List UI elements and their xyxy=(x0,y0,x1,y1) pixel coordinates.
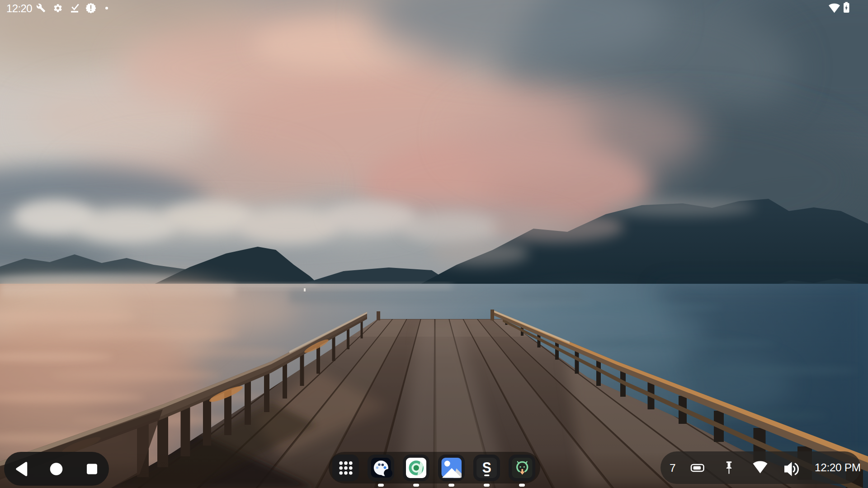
svg-text:12:20: 12:20 xyxy=(6,2,32,14)
svg-text:7: 7 xyxy=(670,462,676,474)
svg-text:12:20 PM: 12:20 PM xyxy=(815,461,861,474)
svg-text:S: S xyxy=(482,459,491,476)
